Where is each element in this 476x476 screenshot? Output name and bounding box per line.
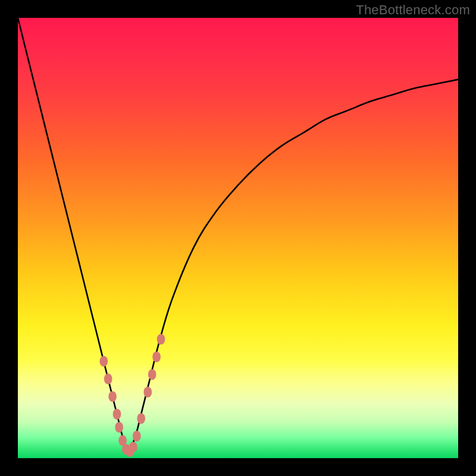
curve-marker	[108, 391, 117, 402]
curve-markers	[100, 334, 165, 457]
curve-marker	[144, 387, 152, 397]
curve-marker	[100, 356, 108, 367]
plot-area	[18, 18, 458, 458]
watermark-text: TheBottleneck.com	[356, 2, 470, 18]
curve-marker	[115, 422, 123, 433]
curve-marker	[157, 334, 165, 345]
curve-marker	[129, 442, 137, 453]
curve-svg	[18, 18, 458, 458]
curve-marker	[137, 413, 145, 424]
curve-marker	[104, 374, 112, 384]
curve-marker	[113, 409, 121, 419]
curve-marker	[133, 431, 141, 441]
curve-marker	[152, 352, 161, 362]
chart-frame: TheBottleneck.com	[0, 0, 476, 476]
curve-marker	[148, 369, 156, 380]
bottleneck-curve	[18, 18, 458, 454]
